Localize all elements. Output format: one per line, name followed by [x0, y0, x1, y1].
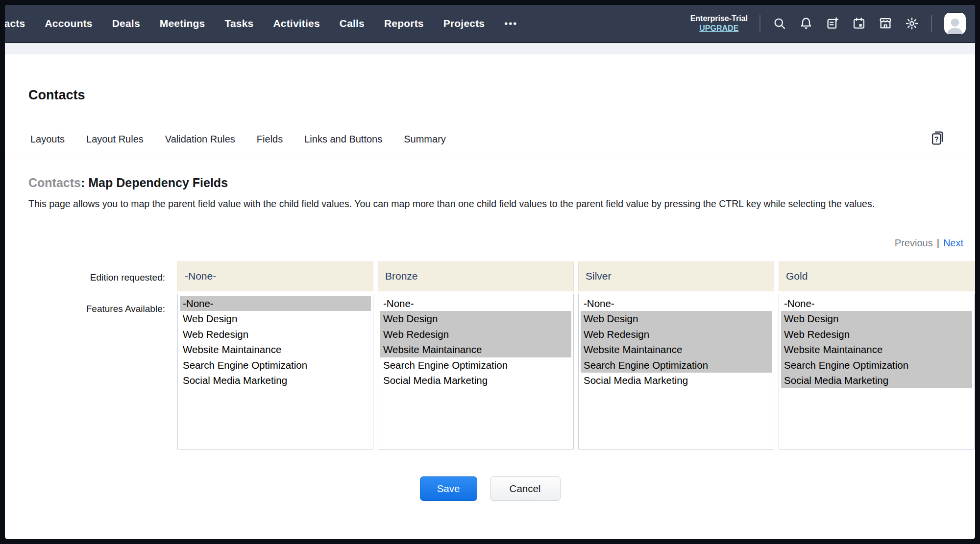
module-title: Contacts — [5, 54, 975, 103]
parent-value-header-bronze: Bronze — [378, 261, 574, 291]
option-none-website-maintainance[interactable]: Website Maintainance — [180, 342, 371, 357]
add-note-icon[interactable] — [825, 16, 840, 31]
features-listbox-silver[interactable]: -None-Web DesignWeb RedesignWebsite Main… — [578, 294, 774, 449]
option-bronze-web-design[interactable]: Web Design — [380, 311, 571, 327]
option-silver-none[interactable]: -None- — [581, 296, 772, 311]
next-link[interactable]: Next — [943, 237, 963, 249]
nav-item-deals[interactable]: Deals — [112, 18, 140, 29]
form-actions: Save Cancel — [5, 449, 975, 501]
option-bronze-none[interactable]: -None- — [380, 296, 571, 311]
top-navigation-bar: ContactsAccountsDealsMeetingsTasksActivi… — [5, 5, 975, 43]
topbar-right-cluster: Enterprise-Trial UPGRADE — [690, 12, 966, 35]
page-description: This page allows you to map the parent f… — [5, 190, 970, 212]
plan-block: Enterprise-Trial UPGRADE — [690, 14, 748, 33]
nav-item-projects[interactable]: Projects — [443, 18, 485, 29]
option-gold-web-redesign[interactable]: Web Redesign — [781, 327, 972, 342]
nav-item-meetings[interactable]: Meetings — [160, 18, 205, 29]
features-listbox-bronze[interactable]: -None-Web DesignWeb RedesignWebsite Main… — [378, 294, 574, 449]
cancel-button[interactable]: Cancel — [490, 476, 561, 501]
option-gold-search-engine-optimization[interactable]: Search Engine Optimization — [781, 357, 972, 373]
save-button[interactable]: Save — [420, 476, 477, 501]
option-bronze-search-engine-optimization[interactable]: Search Engine Optimization — [380, 357, 571, 373]
features-listbox-none[interactable]: -None-Web DesignWeb RedesignWebsite Main… — [177, 294, 373, 449]
option-bronze-website-maintainance[interactable]: Website Maintainance — [380, 342, 571, 357]
user-avatar[interactable] — [944, 12, 966, 35]
svg-text:?: ? — [934, 135, 939, 143]
option-gold-website-maintainance[interactable]: Website Maintainance — [781, 342, 972, 357]
option-gold-social-media-marketing[interactable]: Social Media Marketing — [781, 373, 972, 388]
page-title-text: Map Dependency Fields — [88, 176, 228, 189]
option-none-social-media-marketing[interactable]: Social Media Marketing — [180, 373, 371, 388]
app-screen: ContactsAccountsDealsMeetingsTasksActivi… — [5, 5, 975, 539]
page-title: Contacts: Map Dependency Fields — [5, 157, 975, 190]
option-silver-social-media-marketing[interactable]: Social Media Marketing — [581, 373, 772, 388]
mapping-column-none: -None--None-Web DesignWeb RedesignWebsit… — [177, 261, 373, 449]
page-title-module: Contacts — [28, 176, 81, 189]
nav-item-activities[interactable]: Activities — [273, 18, 319, 29]
nav-item-calls[interactable]: Calls — [340, 18, 365, 29]
option-none-search-engine-optimization[interactable]: Search Engine Optimization — [180, 357, 371, 373]
notifications-bell-icon[interactable] — [799, 16, 813, 31]
parent-value-header-gold: Gold — [779, 261, 975, 291]
topbar-divider — [760, 15, 760, 32]
option-none-none[interactable]: -None- — [180, 296, 371, 311]
primary-nav: ContactsAccountsDealsMeetingsTasksActivi… — [5, 18, 681, 29]
tab-fields[interactable]: Fields — [257, 134, 283, 145]
option-silver-website-maintainance[interactable]: Website Maintainance — [581, 342, 772, 357]
tab-layouts[interactable]: Layouts — [30, 134, 65, 145]
mapping-row-labels: Edition requested: Features Available: — [5, 261, 173, 449]
option-none-web-redesign[interactable]: Web Redesign — [180, 327, 371, 342]
sub-header-strip — [5, 43, 975, 54]
search-icon[interactable] — [772, 16, 787, 31]
nav-item-accounts[interactable]: Accounts — [45, 18, 92, 29]
settings-gear-icon[interactable] — [905, 16, 919, 31]
mapping-column-bronze: Bronze-None-Web DesignWeb RedesignWebsit… — [378, 261, 574, 449]
window-frame: ContactsAccountsDealsMeetingsTasksActivi… — [0, 0, 980, 544]
option-none-web-design[interactable]: Web Design — [180, 311, 371, 327]
mapping-column-gold: Gold-None-Web DesignWeb RedesignWebsite … — [779, 261, 975, 449]
nav-item-tasks[interactable]: Tasks — [224, 18, 253, 29]
option-gold-none[interactable]: -None- — [781, 296, 972, 311]
calendar-icon[interactable] — [852, 16, 866, 31]
nav-item-reports[interactable]: Reports — [384, 18, 424, 29]
pagination-separator: | — [937, 237, 939, 249]
option-bronze-social-media-marketing[interactable]: Social Media Marketing — [380, 373, 571, 388]
tab-layout-rules[interactable]: Layout Rules — [86, 134, 144, 145]
previous-link[interactable]: Previous — [895, 237, 933, 249]
pagination: Previous | Next — [5, 212, 975, 249]
mapping-grid: Edition requested: Features Available: -… — [5, 249, 975, 449]
tab-links-and-buttons[interactable]: Links and Buttons — [304, 134, 382, 145]
marketplace-icon[interactable] — [878, 16, 893, 31]
nav-overflow-ellipsis[interactable]: ••• — [504, 18, 517, 29]
child-field-label: Features Available: — [86, 304, 165, 314]
features-listbox-gold[interactable]: -None-Web DesignWeb RedesignWebsite Main… — [779, 294, 975, 449]
module-tabs: LayoutsLayout RulesValidation RulesField… — [5, 103, 975, 148]
nav-item-contacts[interactable]: Contacts — [5, 18, 25, 29]
tab-summary[interactable]: Summary — [404, 134, 446, 145]
plan-name: Enterprise-Trial — [690, 14, 748, 23]
parent-field-label: Edition requested: — [90, 272, 165, 283]
option-bronze-web-redesign[interactable]: Web Redesign — [380, 327, 571, 342]
topbar-divider — [931, 15, 932, 32]
tab-validation-rules[interactable]: Validation Rules — [165, 134, 235, 145]
parent-value-header-none: -None- — [177, 261, 373, 291]
option-silver-web-redesign[interactable]: Web Redesign — [581, 327, 772, 342]
page-title-separator: : — [81, 176, 88, 189]
option-silver-web-design[interactable]: Web Design — [581, 311, 772, 327]
option-gold-web-design[interactable]: Web Design — [781, 311, 972, 327]
main-content: Contacts LayoutsLayout RulesValidation R… — [5, 54, 975, 539]
option-silver-search-engine-optimization[interactable]: Search Engine Optimization — [581, 357, 772, 373]
help-doc-icon[interactable]: ? — [930, 130, 945, 148]
parent-value-header-silver: Silver — [578, 261, 774, 291]
upgrade-link[interactable]: UPGRADE — [690, 24, 748, 33]
mapping-column-silver: Silver-None-Web DesignWeb RedesignWebsit… — [578, 261, 774, 449]
